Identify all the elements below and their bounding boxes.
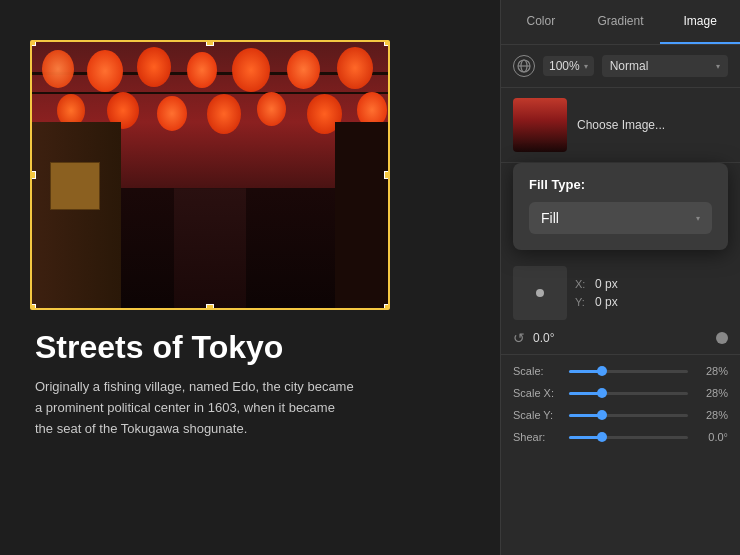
image-content	[32, 42, 388, 308]
right-panel: Color Gradient Image 100% ▾ Normal ▾ Cho…	[500, 0, 740, 555]
blend-mode-select[interactable]: Normal ▾	[602, 55, 728, 77]
scale-thumb[interactable]	[597, 366, 607, 376]
scale-track[interactable]	[569, 370, 688, 373]
tab-bar: Color Gradient Image	[501, 0, 740, 45]
canvas-image[interactable]	[30, 40, 390, 310]
scale-x-track[interactable]	[569, 392, 688, 395]
handle-bottom-mid[interactable]	[206, 304, 214, 310]
fill-type-label: Fill Type:	[529, 177, 712, 192]
blend-mode-value: Normal	[610, 59, 649, 73]
y-field[interactable]: Y: 0 px	[575, 295, 728, 309]
position-preview[interactable]	[513, 266, 567, 320]
x-label: X:	[575, 278, 589, 290]
tab-image[interactable]: Image	[660, 0, 740, 44]
opacity-control[interactable]: 100% ▾	[543, 56, 594, 76]
scale-x-thumb[interactable]	[597, 388, 607, 398]
scale-label: Scale:	[513, 365, 561, 377]
scale-y-thumb[interactable]	[597, 410, 607, 420]
rotation-value: 0.0°	[533, 331, 708, 345]
scale-value: 28%	[696, 365, 728, 377]
tab-gradient[interactable]: Gradient	[581, 0, 661, 44]
scale-y-slider-row: Scale Y: 28%	[513, 409, 728, 421]
sliders-section: Scale: 28% Scale X: 28% Scale Y: 28%	[501, 355, 740, 453]
handle-bottom-right[interactable]	[384, 304, 390, 310]
y-label: Y:	[575, 296, 589, 308]
scale-x-value: 28%	[696, 387, 728, 399]
image-section: Choose Image...	[501, 88, 740, 163]
rotation-handle[interactable]	[716, 332, 728, 344]
rotation-row: ↺ 0.0°	[501, 326, 740, 355]
position-dot	[536, 289, 544, 297]
fill-type-chevron: ▾	[696, 214, 700, 223]
left-panel: Streets of Tokyo Originally a fishing vi…	[0, 0, 500, 555]
scale-y-value: 28%	[696, 409, 728, 421]
shear-slider-row: Shear: 0.0°	[513, 431, 728, 443]
scale-x-label: Scale X:	[513, 387, 561, 399]
choose-image-button[interactable]: Choose Image...	[577, 118, 665, 132]
shear-value: 0.0°	[696, 431, 728, 443]
tab-color[interactable]: Color	[501, 0, 581, 44]
page-description: Originally a fishing village, named Edo,…	[35, 377, 355, 439]
globe-icon	[513, 55, 535, 77]
toolbar-row: 100% ▾ Normal ▾	[501, 45, 740, 88]
blend-mode-chevron: ▾	[716, 62, 720, 71]
handle-top-mid[interactable]	[206, 40, 214, 46]
x-field[interactable]: X: 0 px	[575, 277, 728, 291]
shear-label: Shear:	[513, 431, 561, 443]
rotation-icon: ↺	[513, 330, 525, 346]
x-value: 0 px	[595, 277, 618, 291]
scale-slider-row: Scale: 28%	[513, 365, 728, 377]
page-title: Streets of Tokyo	[35, 330, 465, 365]
text-content: Streets of Tokyo Originally a fishing vi…	[30, 330, 470, 440]
image-thumbnail	[513, 98, 567, 152]
handle-mid-left[interactable]	[30, 171, 36, 179]
shear-thumb[interactable]	[597, 432, 607, 442]
fill-type-value: Fill	[541, 210, 559, 226]
fill-type-select[interactable]: Fill ▾	[529, 202, 712, 234]
position-fields: X: 0 px Y: 0 px	[575, 277, 728, 309]
handle-mid-right[interactable]	[384, 171, 390, 179]
handle-top-right[interactable]	[384, 40, 390, 46]
fill-type-popup: Fill Type: Fill ▾	[513, 163, 728, 250]
opacity-chevron: ▾	[584, 62, 588, 71]
handle-bottom-left[interactable]	[30, 304, 36, 310]
position-controls: X: 0 px Y: 0 px	[501, 260, 740, 326]
shear-track[interactable]	[569, 436, 688, 439]
opacity-value: 100%	[549, 59, 580, 73]
y-value: 0 px	[595, 295, 618, 309]
scale-x-slider-row: Scale X: 28%	[513, 387, 728, 399]
scale-y-label: Scale Y:	[513, 409, 561, 421]
scale-y-track[interactable]	[569, 414, 688, 417]
handle-top-left[interactable]	[30, 40, 36, 46]
